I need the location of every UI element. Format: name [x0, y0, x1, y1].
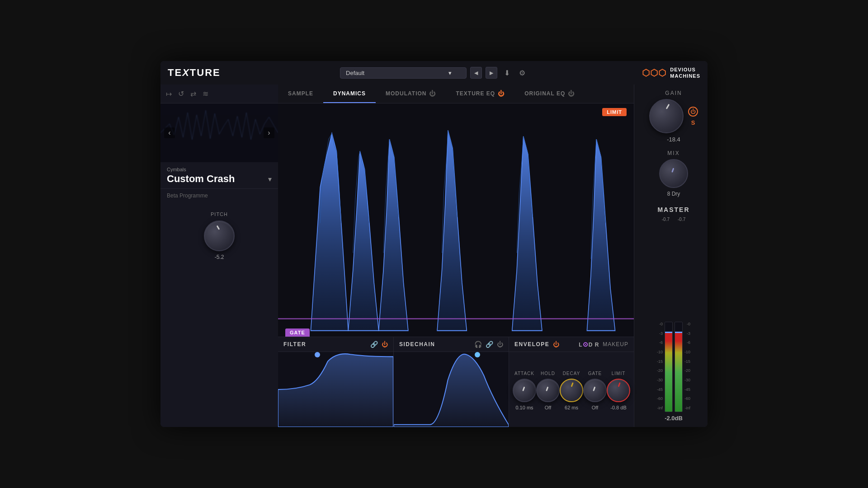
- nav-arrows: ‹ ›: [160, 127, 278, 138]
- tab-texture-eq-label: TEXTURE EQ: [456, 90, 495, 97]
- gain-side-controls: ⏻ S: [688, 107, 698, 126]
- attack-value: 0.10 ms: [515, 405, 533, 410]
- pin-icon[interactable]: ↦: [166, 89, 172, 98]
- preset-dropdown[interactable]: Default ▾: [340, 67, 467, 79]
- dynamics-display: LIMIT: [278, 103, 634, 337]
- gain-value: -18.4: [667, 136, 680, 143]
- left-panel: ↦ ↺ ⇄ ≋ ‹ › Cymb: [160, 84, 278, 427]
- limit-value: -0.8 dB: [610, 405, 626, 410]
- sidechain-title: SIDECHAIN: [399, 341, 435, 347]
- instrument-name-block: Cymbals Custom Crash ▾: [160, 162, 278, 189]
- sidechain-header: SIDECHAIN 🎧 🔗 ⏻: [394, 337, 509, 352]
- filter-header: FILTER 🔗 ⏻: [278, 337, 393, 352]
- preset-bar: Default ▾ ◀ ▶ ⬇ ⚙: [231, 67, 637, 79]
- sidechain-handle[interactable]: [475, 352, 480, 357]
- tab-texture-eq[interactable]: TEXTURE EQ ⏻: [446, 84, 514, 103]
- decay-knob-group: DECAY 62 ms: [560, 371, 583, 410]
- tab-original-eq-power-icon[interactable]: ⏻: [568, 90, 575, 97]
- loop-icon[interactable]: ↺: [178, 89, 184, 98]
- limit-knob[interactable]: [607, 379, 630, 402]
- shuffle-icon[interactable]: ⇄: [190, 89, 196, 98]
- gain-power-button[interactable]: ⏻: [688, 107, 698, 117]
- master-label: MASTER: [657, 206, 689, 213]
- attack-knob-group: ATTACK 0.10 ms: [513, 371, 536, 410]
- tab-original-eq[interactable]: ORIGINAL EQ ⏻: [514, 84, 585, 103]
- master-total-db: -2.0dB: [665, 415, 683, 422]
- instrument-category: Cymbals: [167, 167, 272, 172]
- master-meter-left-fill: [665, 333, 672, 412]
- pitch-label: PITCH: [211, 211, 228, 217]
- tab-modulation-power-icon[interactable]: ⏻: [429, 90, 436, 97]
- gain-knob[interactable]: [649, 99, 684, 133]
- master-left-db: -0.7: [662, 217, 670, 222]
- center-panel: SAMPLE DYNAMICS MODULATION ⏻ TEXTURE EQ …: [278, 84, 634, 427]
- next-instrument-button[interactable]: ›: [264, 127, 274, 138]
- prev-instrument-button[interactable]: ‹: [164, 127, 175, 138]
- hold-knob[interactable]: [536, 379, 560, 402]
- instrument-display: ‹ ›: [160, 103, 278, 162]
- master-meter-right-marker: [675, 332, 682, 333]
- gain-s-button[interactable]: S: [691, 119, 695, 126]
- left-toolbar: ↦ ↺ ⇄ ≋: [160, 84, 278, 103]
- hold-value: Off: [545, 405, 551, 410]
- makeup-label: MAKEUP: [603, 341, 628, 347]
- header: TEXTURE Default ▾ ◀ ▶ ⬇ ⚙ ⬡⬡⬡ DEVIOUS MA…: [160, 61, 708, 84]
- instrument-chevron-icon[interactable]: ▾: [268, 175, 272, 183]
- gate-knob-group: GATE Off: [583, 371, 607, 410]
- tab-dynamics[interactable]: DYNAMICS: [323, 84, 376, 103]
- mix-knob[interactable]: [659, 159, 688, 188]
- brand: ⬡⬡⬡ DEVIOUS MACHINES: [642, 66, 700, 80]
- sidechain-power-icon[interactable]: ⏻: [497, 341, 503, 348]
- sidechain-headphone-icon[interactable]: 🎧: [474, 341, 482, 348]
- limit-badge: LIMIT: [602, 108, 627, 116]
- pitch-knob[interactable]: [204, 221, 235, 251]
- filter-title: FILTER: [283, 341, 306, 347]
- limit-label: LIMIT: [612, 371, 626, 376]
- beta-label: Beta Programme: [160, 189, 278, 202]
- filter-link-icon[interactable]: 🔗: [370, 341, 378, 348]
- limit-knob-group: LIMIT -0.8 dB: [607, 371, 630, 410]
- attack-knob[interactable]: [513, 379, 536, 402]
- tab-original-eq-label: ORIGINAL EQ: [524, 90, 565, 97]
- gain-knob-row: ⏻ S: [649, 99, 698, 133]
- filter-handle[interactable]: [315, 352, 320, 357]
- attack-label: ATTACK: [514, 371, 534, 376]
- master-meter-left: [665, 322, 673, 412]
- sidechain-curve-area: [394, 352, 509, 427]
- download-button[interactable]: ⬇: [501, 67, 513, 79]
- master-meter-right-fill: [675, 333, 682, 412]
- gate-value: Off: [592, 405, 598, 410]
- preset-next-button[interactable]: ▶: [486, 67, 497, 79]
- tab-texture-eq-power-icon[interactable]: ⏻: [498, 90, 505, 97]
- envelope-title: ENVELOPE: [514, 341, 549, 347]
- lodr-badge: L⊙D R: [579, 341, 599, 348]
- sidechain-curve-svg: [394, 352, 509, 427]
- decay-knob[interactable]: [560, 379, 583, 402]
- gate-knob[interactable]: [583, 379, 607, 402]
- settings-button[interactable]: ⚙: [516, 67, 528, 79]
- instrument-name: Custom Crash: [167, 173, 235, 185]
- tab-modulation[interactable]: MODULATION ⏻: [376, 84, 446, 103]
- app-logo: TEXTURE: [168, 67, 221, 79]
- sidechain-link-icon[interactable]: 🔗: [486, 341, 493, 348]
- right-panel: GAIN ⏻ S -18.4 MIX 8 Dry MASTER: [634, 84, 708, 427]
- pitch-section: PITCH -5.2: [160, 202, 278, 266]
- gate-label: GATE: [588, 371, 602, 376]
- tabs-bar: SAMPLE DYNAMICS MODULATION ⏻ TEXTURE EQ …: [278, 84, 634, 103]
- preset-name: Default: [346, 70, 364, 76]
- gain-section: GAIN ⏻ S -18.4: [634, 90, 708, 143]
- envelope-right-controls: L⊙D R MAKEUP: [579, 341, 628, 348]
- meter-scale-labels: -0 -3 -6 -10 -15 -20 -30 -45 -60 -inf: [657, 322, 663, 412]
- meter-right-labels: -0 -3 -6 -10 -15 -20 -30 -45 -60 -inf: [684, 322, 690, 412]
- filter-power-icon[interactable]: ⏻: [382, 341, 388, 348]
- mix-section: MIX 8 Dry: [634, 150, 708, 197]
- tab-sample[interactable]: SAMPLE: [278, 84, 323, 103]
- envelope-panel: ENVELOPE ⏻ L⊙D R MAKEUP A: [509, 337, 634, 427]
- envelope-header: ENVELOPE ⏻ L⊙D R MAKEUP: [509, 337, 634, 352]
- master-meters-area: -0 -3 -6 -10 -15 -20 -30 -45 -60 -inf: [657, 224, 690, 412]
- envelope-power-icon[interactable]: ⏻: [553, 341, 559, 348]
- envelope-knobs-row: ATTACK 0.10 ms HOLD Off DECAY: [509, 352, 634, 427]
- waveform-icon[interactable]: ≋: [203, 89, 208, 98]
- dynamics-waveform-svg: [278, 103, 634, 337]
- preset-prev-button[interactable]: ◀: [470, 67, 482, 79]
